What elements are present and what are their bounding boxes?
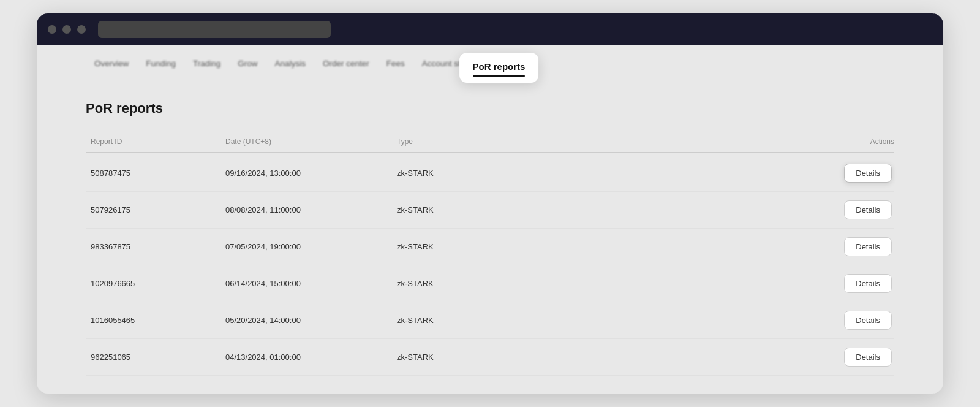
col-type: Type xyxy=(392,135,545,148)
cell-date: 05/20/2024, 14:00:00 xyxy=(221,316,392,325)
cell-report-id: 962251065 xyxy=(86,352,221,362)
traffic-light-red[interactable] xyxy=(48,25,56,34)
cell-type: zk-STARK xyxy=(392,316,545,325)
details-button-2[interactable]: Details xyxy=(844,237,892,256)
cell-report-id: 1016055465 xyxy=(86,316,221,325)
cell-date: 09/16/2024, 13:00:00 xyxy=(221,169,392,178)
traffic-light-yellow[interactable] xyxy=(62,25,71,34)
nav-bar: Overview Funding Trading Grow Analysis O… xyxy=(37,45,943,82)
cell-type: zk-STARK xyxy=(392,279,545,288)
table-row: 1016055465 05/20/2024, 14:00:00 zk-STARK… xyxy=(86,302,894,339)
details-button-4[interactable]: Details xyxy=(844,311,892,330)
cell-type: zk-STARK xyxy=(392,242,545,251)
browser-window: Overview Funding Trading Grow Analysis O… xyxy=(37,13,943,394)
details-button-0[interactable]: Details xyxy=(844,164,892,183)
col-actions: Actions xyxy=(796,135,894,148)
cell-actions: Details xyxy=(796,200,894,219)
cell-actions: Details xyxy=(796,164,894,183)
traffic-light-green[interactable] xyxy=(77,25,86,34)
nav-item-por-reports-popup[interactable]: PoR reports xyxy=(459,53,539,83)
nav-item-overview[interactable]: Overview xyxy=(86,54,137,73)
table-row: 1020976665 06/14/2024, 15:00:00 zk-STARK… xyxy=(86,265,894,302)
nav-item-order-center[interactable]: Order center xyxy=(314,54,378,73)
table-container: Report ID Date (UTC+8) Type Actions 5087… xyxy=(86,131,894,376)
cell-actions: Details xyxy=(796,348,894,367)
cell-report-id: 1020976665 xyxy=(86,279,221,288)
cell-report-id: 508787475 xyxy=(86,169,221,178)
browser-content: Overview Funding Trading Grow Analysis O… xyxy=(37,45,943,394)
cell-actions: Details xyxy=(796,311,894,330)
table-row: 508787475 09/16/2024, 13:00:00 zk-STARK … xyxy=(86,155,894,192)
page-title: PoR reports xyxy=(86,101,894,116)
col-date: Date (UTC+8) xyxy=(221,135,392,148)
cell-type: zk-STARK xyxy=(392,352,545,362)
cell-type: zk-STARK xyxy=(392,169,545,178)
active-tab-underline xyxy=(473,75,526,77)
nav-item-trading[interactable]: Trading xyxy=(184,54,229,73)
address-bar[interactable] xyxy=(98,21,331,38)
nav-item-grow[interactable]: Grow xyxy=(229,54,266,73)
cell-date: 08/08/2024, 11:00:00 xyxy=(221,205,392,215)
table-header: Report ID Date (UTC+8) Type Actions xyxy=(86,131,894,153)
nav-item-funding[interactable]: Funding xyxy=(137,54,184,73)
cell-actions: Details xyxy=(796,237,894,256)
cell-date: 04/13/2024, 01:00:00 xyxy=(221,352,392,362)
nav-item-fees[interactable]: Fees xyxy=(378,54,413,73)
cell-date: 07/05/2024, 19:00:00 xyxy=(221,242,392,251)
main-content: PoR reports Report ID Date (UTC+8) Type … xyxy=(37,82,943,394)
details-button-1[interactable]: Details xyxy=(844,200,892,219)
table-row: 962251065 04/13/2024, 01:00:00 zk-STARK … xyxy=(86,339,894,376)
col-empty xyxy=(545,135,796,148)
nav-item-analysis[interactable]: Analysis xyxy=(266,54,314,73)
active-tab-label: PoR reports xyxy=(473,61,526,72)
cell-type: zk-STARK xyxy=(392,205,545,215)
cell-report-id: 983367875 xyxy=(86,242,221,251)
details-button-3[interactable]: Details xyxy=(844,274,892,293)
titlebar xyxy=(37,13,943,45)
table-row: 983367875 07/05/2024, 19:00:00 zk-STARK … xyxy=(86,229,894,265)
details-button-5[interactable]: Details xyxy=(844,348,892,367)
cell-date: 06/14/2024, 15:00:00 xyxy=(221,279,392,288)
cell-report-id: 507926175 xyxy=(86,205,221,215)
col-report-id: Report ID xyxy=(86,135,221,148)
cell-actions: Details xyxy=(796,274,894,293)
table-row: 507926175 08/08/2024, 11:00:00 zk-STARK … xyxy=(86,192,894,229)
